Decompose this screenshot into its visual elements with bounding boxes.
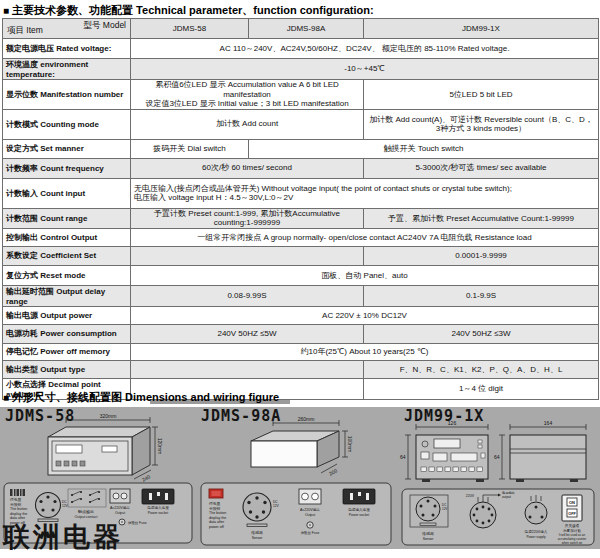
jdms58-contact-label-en: Output contact [75,515,98,519]
jdms58-socket-label-zh: 电源输入插座 [147,505,169,510]
jdms58-ac-label-en: Output [115,511,125,515]
spec-label: 输出延时范围 Output delay range [3,285,131,306]
spec-value [131,360,364,378]
section-title-parameters: ■主要技术参数、功能配置 Technical parameter、functio… [3,3,374,18]
header-model-label: 型号 Model [83,20,126,32]
spec-label: 复位方式 Reset mode [3,265,131,285]
jdm99-side-view [510,435,586,479]
spec-value: 0.0001-9.9999 [364,246,599,265]
jdms58-dim-height: 120mm [157,438,163,455]
spec-value: 触摸开关 Touch switch [249,139,599,158]
spec-value: 拨码开关 Dial switch [131,139,249,158]
spec-value: 加计数 Add count [131,109,364,139]
spec-value: 面板、自动 Panel、auto [131,265,599,285]
jdms98a-ac-label-en: Output [305,513,315,517]
jdms98a-sensor-label-en: Sensor [252,536,264,540]
jdms58-button [64,461,69,466]
spec-label: 输出类型 Output type [3,360,131,378]
jdm99-output-label-en: output [502,495,511,499]
spec-value: 1～4 位 digit [364,378,599,399]
jdm99-front-dim-width: 126 [448,420,457,426]
spec-label: 电源功耗 Power consumption [3,324,131,343]
jdms58-ac-label-zh: Ac220V输出 [110,506,130,510]
spec-label: 停电记忆 Power off memory [3,343,131,360]
jdms58-note-line: 停电显 [10,497,22,502]
spec-label: 计数频率 Count frequency [3,158,131,178]
spec-label: 计数输入 Count input [3,178,131,208]
spec-value: 60次/秒 60 times/ second [131,158,364,178]
jdm99-switch-note: when switch on [562,541,583,545]
jdms98a-panel: JDMS-98A 260mm 100mm 200 停电显 示按钮 The but… [197,407,397,547]
jdm99-power-connector [525,502,547,524]
jdm99-switch-note: 开关接通 [565,523,580,528]
spec-value: 无电压输入(接点闭合或晶体管开关) Without voltage input(… [131,178,599,208]
spec-value: 0.1-9.9S [364,285,599,306]
jdms98a-note-line: data after [209,520,225,524]
jdms98a-socket-label-zh: 电源输入插座 [348,507,370,512]
section1-title-en: Technical parameter、function configurati… [136,4,374,16]
jdm99-supply-label-zh: 电源220V输入 [525,529,548,534]
jdms58-socket-label-en: Power socket [148,511,168,515]
spec-label: 控制输出 Control Output [3,228,131,246]
jdms58-button [56,461,61,466]
spec-label: 显示位数 Manifestation number [3,80,131,110]
header-item-model-cell: 型号 Model 项目 Item [3,19,131,39]
spec-value: 约10年(25℃) About 10 years(25 ℃) [131,343,599,360]
spec-label: 计数范围 Count range [3,208,131,228]
spec-label: 系数设定 Coefficient Set [3,246,131,265]
jdms58-model-label: JDMS-58 [5,407,75,425]
jdms58-button [80,461,85,466]
datasheet-page: ■主要技术参数、功能配置 Technical parameter、functio… [0,0,600,558]
jdms98a-fuse-label: 保险丝 Fuse [301,530,320,535]
header-col-jdms98a: JDMS-98A [249,19,364,39]
spec-value: 240V 50HZ ≤3W [364,324,599,343]
jdms58-note-line: 示按钮 [10,502,22,507]
spec-value: -10～+45℃ [131,59,599,80]
jdm99-model-label: JDM99-1X [404,407,484,425]
section-title-dimensions: ■外形尺寸、接线配置图 Dimensions and wiring figure [3,390,279,405]
spec-value: F、N、R、C、K1、K2、P、Q、A、D、H、L [364,360,599,378]
spec-value: 一组常开常闭接点 A group normally- open/close co… [131,228,599,246]
jdms98a-sensor-label-zh: 传感器 [251,530,263,535]
jdm99-sensor-label-en: Sensor [423,537,435,541]
jdms58-fuse-label: 保险丝 Fuse [128,520,147,525]
jdms98a-dim-height: 100mm [347,436,353,453]
spec-label: 环境温度 environment temperature: [3,59,131,80]
jdm99-sensor-label-zh: 传感器 [422,531,434,536]
watermark: 联洲电器 [3,519,123,555]
jdm99-side-dim-height: 64 [494,454,500,460]
section2-title-zh: 外形尺寸、接线配置图 [12,391,122,403]
jdm99-switch-off-label: OFF [568,512,576,516]
jdms98a-note-line: 示按钮 [209,506,221,511]
jdms58-display-window [56,445,82,453]
section2-title-en: Dimensions and wiring figure [125,391,279,403]
jdms58-note-line: display the [10,512,27,516]
jdms98a-note-line: power off [209,525,224,529]
jdms58-sub-window [102,446,117,452]
spec-value: 0.08-9.99S [131,285,364,306]
jdms98a-dim-width: 260mm [298,416,315,422]
header-col-jdms58: JDMS-58 [131,19,249,39]
jdms58-12v-label: 12V [62,504,69,508]
jdms58-box-front [48,437,132,475]
jdm99-side-dim-width: 164 [544,420,553,426]
header-item-label: 项目 Item [7,25,43,37]
jdms98a-power-socket [343,489,375,504]
jdms98a-12v-label: 12V [273,504,280,508]
header-col-jdm99-1x: JDM99-1X [364,19,599,39]
bullet-square-icon: ■ [3,392,9,403]
jdms98a-note-line: 停电显 [209,501,221,506]
jdms98a-note-line: display the [209,516,226,520]
jdms58-note-line: The button [10,507,27,511]
spec-label: 输出电源 Output power [3,306,131,324]
spec-value: 累积值6位LED 显示 Accumulation value A 6 bit L… [131,80,364,110]
jdm99-switch-note: 为累加计数 [563,529,581,533]
jdm99-front-dim-height: 64 [400,454,406,460]
jdms98a-socket-label-en: Power socket [349,513,369,517]
spec-value: 予置、累加计数 Preset Accumulative Count:1-9999… [364,208,599,228]
spec-value: 予置计数 Preset count:1-999, 累加计数Accumulativ… [131,208,364,228]
jdms58-dim-width: 320mm [100,413,117,419]
spec-label: 额定电源电压 Rated voltage: [3,39,131,59]
jdms98a-model-label: JDMS-98A [201,407,281,425]
spec-label: 设定方式 Set manner [3,139,131,158]
